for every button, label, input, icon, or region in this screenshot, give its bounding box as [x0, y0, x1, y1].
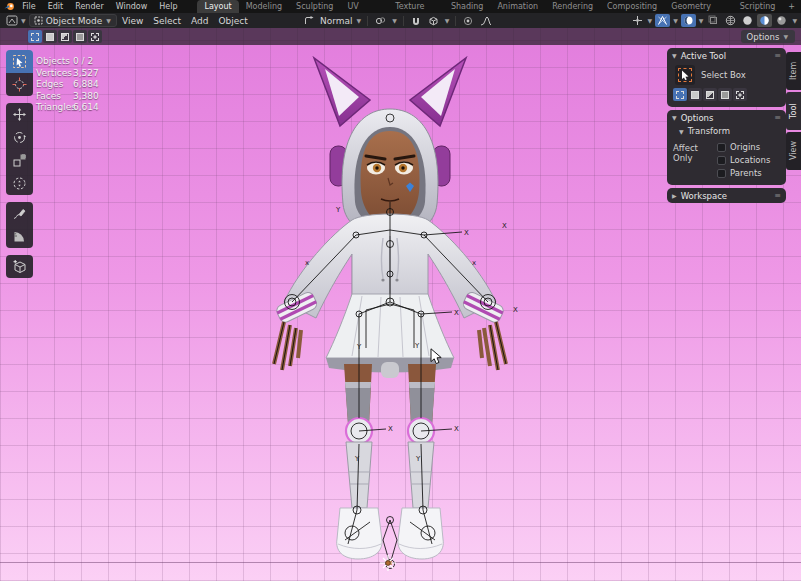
active-tool-row: Select Box: [667, 63, 786, 88]
panel-select-mode-set[interactable]: [673, 88, 687, 101]
svg-text:Y: Y: [414, 342, 420, 350]
shading-material-icon[interactable]: [757, 14, 772, 27]
menu-help[interactable]: Help: [153, 0, 183, 13]
tool-transform[interactable]: [6, 172, 33, 195]
menu-edit[interactable]: Edit: [42, 0, 70, 13]
proportional-falloff-icon[interactable]: [478, 14, 494, 27]
mode-select[interactable]: Object Mode ▼: [29, 14, 117, 27]
workspace-tab-sculpting[interactable]: Sculpting: [289, 0, 340, 13]
snap-target-cube-icon[interactable]: [426, 14, 441, 27]
editor-type-chevron-icon: ▼: [21, 17, 26, 24]
panel-grip-icon[interactable]: ≡: [774, 53, 781, 58]
workspace-tab-animation[interactable]: Animation: [490, 0, 545, 13]
select-mode-extend[interactable]: [43, 30, 57, 43]
shading-solid-icon[interactable]: [740, 14, 755, 27]
transform-orientation-icon[interactable]: [302, 14, 317, 27]
panel-select-mode-intersect[interactable]: [733, 88, 747, 101]
select-mode-subtract[interactable]: [58, 30, 72, 43]
snap-magnet-icon[interactable]: [409, 14, 423, 27]
panel-select-mode-subtract[interactable]: [703, 88, 717, 101]
workspace-tab-modeling[interactable]: Modeling: [239, 0, 289, 13]
menu-render[interactable]: Render: [69, 0, 109, 13]
blender-logo-icon[interactable]: [3, 1, 16, 12]
select-mode-invert[interactable]: [73, 30, 87, 43]
sidebar-tab-item[interactable]: Item: [786, 52, 801, 90]
svg-text:x: x: [305, 259, 309, 267]
shading-rendered-icon[interactable]: [774, 14, 789, 27]
shading-wireframe-icon[interactable]: [723, 14, 738, 27]
transform-subpanel-header[interactable]: ▼ Transform: [667, 125, 786, 139]
origins-checkbox[interactable]: [717, 143, 726, 152]
workspace-tab-scripting[interactable]: Scripting: [733, 0, 783, 13]
svg-text:Y: Y: [356, 343, 362, 351]
orientation-value[interactable]: Normal: [320, 16, 353, 26]
tool-scale[interactable]: [6, 149, 33, 172]
sidebar-tab-tool[interactable]: Tool: [786, 92, 801, 130]
menu-file[interactable]: File: [16, 0, 41, 13]
add-workspace-button[interactable]: +: [782, 0, 801, 13]
character-model[interactable]: XX XX XX YYY YY xx: [240, 52, 540, 572]
workspace-tab-rendering[interactable]: Rendering: [545, 0, 600, 13]
locations-checkbox[interactable]: [717, 156, 726, 165]
object-menu[interactable]: Object: [214, 16, 253, 26]
panel-grip-icon[interactable]: ≡: [774, 193, 781, 198]
parents-checkbox[interactable]: [717, 169, 726, 178]
show-overlays-icon[interactable]: [655, 14, 670, 27]
tool-add-cube[interactable]: [6, 255, 33, 278]
svg-text:X: X: [502, 222, 507, 230]
tool-measure[interactable]: [6, 225, 33, 248]
pivot-point-icon[interactable]: [373, 14, 388, 27]
sidebar-tab-view[interactable]: View: [786, 132, 801, 170]
tool-cursor[interactable]: [6, 73, 33, 96]
parents-toggle[interactable]: Parents: [717, 168, 770, 178]
select-mode-group: [28, 30, 102, 43]
select-mode-set[interactable]: [28, 30, 42, 43]
snap-chevron-icon: ▼: [445, 17, 450, 24]
shading-chevron-icon: ▼: [792, 17, 797, 24]
tool-annotate[interactable]: [6, 202, 33, 225]
viewport-3d[interactable]: XX XX XX YYY YY xx Options ▼: [0, 28, 801, 581]
select-mode-intersect[interactable]: [88, 30, 102, 43]
workspace-panel-header[interactable]: ▶ Workspace ≡: [667, 188, 786, 203]
origins-toggle[interactable]: Origins: [717, 142, 770, 152]
proportional-editing-icon[interactable]: [461, 14, 475, 27]
toolbar: [6, 50, 33, 278]
sidebar-tabs: Item Tool View: [786, 52, 801, 170]
select-menu[interactable]: Select: [148, 16, 186, 26]
xray-toggle-icon[interactable]: [681, 14, 696, 27]
menu-window[interactable]: Window: [110, 0, 154, 13]
orientation-chevron-icon: ▼: [357, 17, 362, 24]
options-chevron-icon: ▼: [783, 33, 788, 40]
view-menu[interactable]: View: [117, 16, 148, 26]
viewport-gizmos-box-icon[interactable]: [706, 14, 721, 27]
tool-select-box[interactable]: [6, 50, 33, 73]
header-right-controls: ▼ ▼ ▼ ▼: [630, 14, 799, 27]
workspace-tab-uv-editing[interactable]: UV Editing: [340, 0, 388, 13]
workspace-tab-geometry-nodes[interactable]: Geometry Nodes: [664, 0, 733, 13]
gizmo-chevron-icon: ▼: [648, 17, 653, 24]
stat-vertices: Vertices3,527: [36, 68, 99, 80]
tool-rotate[interactable]: [6, 126, 33, 149]
collapse-chevron-icon: ▼: [672, 114, 677, 121]
show-gizmo-icon[interactable]: [630, 14, 645, 27]
xray-chevron-icon: ▼: [699, 17, 704, 24]
panel-select-mode-extend[interactable]: [688, 88, 702, 101]
svg-text:X: X: [454, 425, 459, 433]
add-menu[interactable]: Add: [186, 16, 213, 26]
locations-toggle[interactable]: Locations: [717, 155, 770, 165]
panel-select-mode-invert[interactable]: [718, 88, 732, 101]
active-tool-panel-header[interactable]: ▼ Active Tool ≡: [667, 48, 786, 63]
panel-select-mode-group: [667, 88, 786, 107]
workspace-panel: ▶ Workspace ≡: [667, 188, 786, 203]
tool-options-button[interactable]: Options ▼: [741, 30, 795, 43]
workspace-tab-layout[interactable]: Layout: [197, 0, 238, 13]
workspace-tab-compositing[interactable]: Compositing: [600, 0, 664, 13]
pivot-chevron-icon: ▼: [392, 17, 397, 24]
panel-grip-icon[interactable]: ≡: [774, 115, 781, 120]
workspace-tab-texture-paint[interactable]: Texture Paint: [388, 0, 444, 13]
tool-move[interactable]: [6, 103, 33, 126]
workspace-tab-shading[interactable]: Shading: [444, 0, 491, 13]
affect-only-row: Affect Only Origins Locations Parents: [667, 139, 786, 185]
editor-type-button[interactable]: [4, 14, 20, 27]
options-panel-header[interactable]: ▼ Options ≡: [667, 110, 786, 125]
